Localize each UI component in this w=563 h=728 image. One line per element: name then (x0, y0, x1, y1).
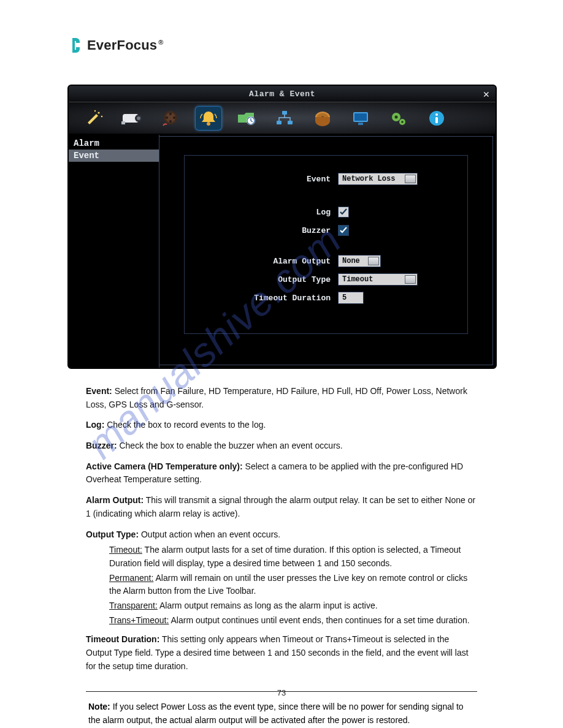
reel-nav-icon[interactable] (157, 106, 184, 131)
window-titlebar: Alarm & Event ✕ (69, 86, 496, 102)
close-button[interactable]: ✕ (481, 88, 492, 99)
svg-rect-17 (277, 121, 282, 124)
svg-rect-24 (358, 123, 363, 125)
output-type-select[interactable]: Timeout (338, 273, 418, 286)
settings-window: Alarm & Event ✕ (67, 85, 497, 369)
svg-point-1 (101, 115, 103, 117)
timeout-duration-value: 5 (342, 294, 347, 302)
label-event: Event (203, 175, 338, 184)
para-label: Output Type: (86, 529, 139, 539)
svg-point-13 (207, 122, 210, 126)
system-nav-icon[interactable] (385, 106, 412, 131)
svg-point-0 (98, 112, 99, 113)
schedule-nav-icon[interactable] (233, 106, 260, 131)
para-label: Log: (86, 420, 104, 430)
buzzer-checkbox[interactable] (338, 225, 349, 236)
timeout-duration-input[interactable]: 5 (338, 292, 364, 304)
para-text: This will transmit a signal through the … (86, 495, 475, 518)
sub-lead: Permanent: (109, 573, 153, 583)
alarm-output-value: None (342, 257, 360, 265)
para-label: Event: (86, 386, 112, 396)
alarm-nav-icon[interactable] (195, 106, 222, 131)
log-checkbox[interactable] (338, 207, 349, 218)
network-nav-icon[interactable] (271, 106, 298, 131)
svg-rect-31 (435, 117, 438, 123)
label-alarm-output: Alarm Output (203, 257, 338, 266)
brand-logo: EverFocus® (70, 37, 496, 54)
svg-point-10 (166, 116, 168, 119)
svg-point-5 (137, 116, 140, 120)
side-menu: Alarm Event (69, 135, 159, 368)
chevron-down-icon (408, 278, 413, 281)
brand-ever: Ever (87, 37, 117, 53)
chevron-down-icon (371, 259, 376, 262)
note-label: Note: (88, 702, 110, 711)
close-icon: ✕ (483, 88, 490, 100)
svg-point-28 (401, 121, 404, 123)
para-label: Timeout Duration: (86, 634, 159, 644)
sub-text: The alarm output lasts for a set of time… (109, 545, 461, 568)
svg-rect-23 (354, 113, 367, 121)
para-label: Active Camera (HD Temperature only): (86, 461, 243, 471)
para-text: Check the box to record events to the lo… (104, 420, 266, 430)
chevron-down-icon (408, 177, 413, 180)
event-select-value: Network Loss (342, 175, 395, 183)
brand-mark-icon (70, 37, 83, 54)
wand-nav-icon[interactable] (81, 106, 108, 131)
label-timeout-duration: Timeout Duration (203, 294, 338, 303)
sub-lead: Timeout: (109, 545, 142, 555)
para-text: Check the box to enable the buzzer when … (117, 441, 343, 450)
para-text: Select from Fan Failure, HD Temperature,… (86, 386, 467, 409)
svg-rect-18 (288, 121, 293, 124)
sidebar-item-event[interactable]: Event (69, 150, 159, 162)
para-text: Output action when an event occurs. (139, 529, 280, 539)
label-output-type: Output Type (203, 275, 338, 284)
svg-point-2 (94, 110, 96, 111)
label-log: Log (203, 208, 338, 217)
svg-point-9 (169, 113, 172, 115)
brand-focus: Focus (117, 37, 158, 53)
note-text: If you select Power Loss as the event ty… (88, 702, 464, 725)
label-buzzer: Buzzer (203, 226, 338, 235)
sub-lead: Trans+Timeout: (109, 615, 169, 625)
svg-rect-6 (121, 121, 125, 124)
document-body: Event: Select from Fan Failure, HD Tempe… (67, 385, 496, 673)
svg-point-12 (169, 120, 172, 123)
sub-text: Alarm output remains as long as the alar… (158, 601, 378, 610)
content-area: Event Network Loss Log (159, 136, 493, 365)
display-nav-icon[interactable] (347, 106, 374, 131)
para-label: Alarm Output: (86, 495, 144, 505)
brand-text: EverFocus® (87, 37, 164, 53)
sidebar-item-alarm[interactable]: Alarm (69, 137, 159, 150)
alarm-output-select[interactable]: None (338, 255, 381, 267)
sub-text: Alarm output continues until event ends,… (169, 615, 469, 625)
page-number: 73 (0, 688, 563, 697)
svg-point-26 (395, 115, 398, 118)
top-toolbar (69, 102, 496, 135)
para-label: Buzzer: (86, 441, 117, 450)
window-title: Alarm & Event (249, 89, 315, 99)
sub-text: Alarm will remain on until the user pres… (109, 573, 467, 596)
svg-point-30 (435, 113, 438, 116)
svg-point-11 (173, 116, 175, 119)
storage-nav-icon[interactable] (309, 106, 336, 131)
svg-rect-16 (282, 111, 287, 115)
output-type-value: Timeout (342, 275, 373, 284)
sub-lead: Transparent: (109, 601, 158, 610)
info-nav-icon[interactable] (423, 106, 450, 131)
camera-nav-icon[interactable] (119, 106, 146, 131)
registered-mark: ® (158, 39, 163, 46)
event-select[interactable]: Network Loss (338, 173, 418, 185)
